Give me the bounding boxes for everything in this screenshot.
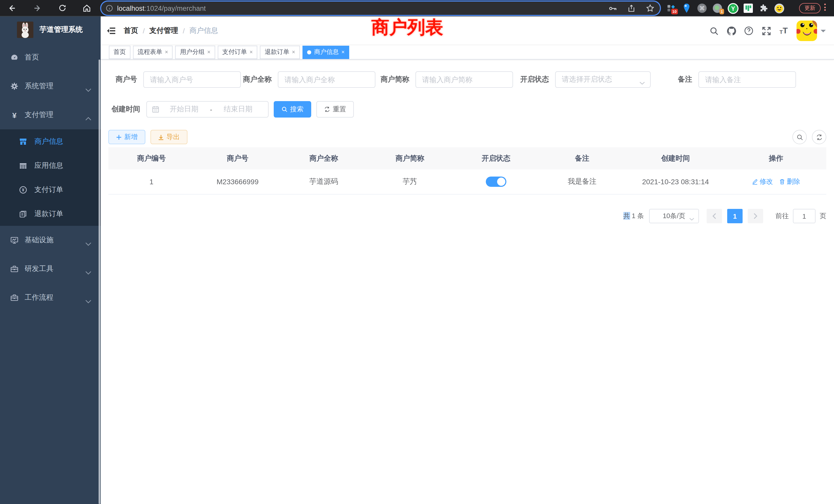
extension-status-icon[interactable]: 1 bbox=[712, 2, 723, 14]
prev-page-button[interactable] bbox=[707, 209, 722, 223]
filter-label-short-name: 商户简称 bbox=[380, 75, 415, 84]
table-header: 商户编号 商户号 商户全称 商户简称 开启状态 备注 创建时间 操作 bbox=[108, 147, 826, 169]
shop-icon bbox=[19, 137, 27, 145]
table-row: 1 M233666999 芋道源码 芋艿 我是备注 2021-10-23 08:… bbox=[108, 169, 826, 194]
monitor-icon bbox=[10, 236, 19, 244]
tab-process-form[interactable]: 流程表单× bbox=[133, 45, 173, 59]
merchant-no-input[interactable] bbox=[143, 71, 241, 88]
extension-command-icon[interactable]: ⌘ bbox=[696, 2, 708, 14]
next-page-button[interactable] bbox=[748, 209, 763, 223]
full-name-input[interactable] bbox=[278, 71, 375, 88]
sidebar-item-system[interactable]: 系统管理 bbox=[0, 72, 101, 100]
remark-input[interactable] bbox=[698, 71, 796, 88]
status-toggle[interactable] bbox=[486, 177, 506, 187]
sidebar-scrollbar[interactable] bbox=[98, 60, 100, 504]
sidebar-item-payment[interactable]: ¥ 支付管理 bbox=[0, 100, 101, 129]
close-icon[interactable]: × bbox=[207, 49, 211, 55]
forward-button[interactable] bbox=[31, 2, 44, 14]
filter-label-full-name: 商户全称 bbox=[243, 75, 278, 84]
sidebar-item-app-info[interactable]: 应用信息 bbox=[0, 154, 101, 178]
annotation-title: 商户列表 bbox=[371, 17, 443, 38]
sidebar-item-home[interactable]: 首页 bbox=[0, 43, 101, 72]
chrome-update-button[interactable]: 更新 bbox=[799, 3, 821, 13]
breadcrumb-home[interactable]: 首页 bbox=[124, 26, 138, 35]
caret-down-icon[interactable] bbox=[821, 29, 826, 35]
documents-icon bbox=[19, 210, 27, 218]
page-size-select[interactable]: 10条/页 bbox=[649, 209, 699, 223]
active-dot bbox=[307, 50, 311, 54]
goto-label: 前往 bbox=[775, 211, 789, 221]
short-name-input[interactable] bbox=[415, 71, 513, 88]
close-icon[interactable]: × bbox=[165, 49, 168, 55]
tab-refund-order[interactable]: 退款订单× bbox=[260, 45, 300, 59]
total-count: 共 1 条 bbox=[623, 211, 644, 221]
header-search-icon[interactable] bbox=[705, 17, 723, 45]
reload-button[interactable] bbox=[56, 2, 68, 14]
extension-kanban-icon[interactable] bbox=[743, 2, 754, 14]
breadcrumb-current: 商户信息 bbox=[190, 26, 218, 35]
extension-y-icon[interactable]: Y bbox=[727, 2, 739, 14]
svg-text:Y: Y bbox=[731, 5, 735, 12]
filter-label-merchant-no: 商户号 bbox=[115, 75, 143, 84]
edit-link[interactable]: 修改 bbox=[752, 177, 773, 186]
avatar[interactable] bbox=[796, 21, 817, 41]
address-bar[interactable]: localhost:1024/pay/merchant bbox=[101, 2, 660, 15]
show-search-toggle-button[interactable] bbox=[792, 130, 807, 144]
tab-pay-order[interactable]: 支付订单× bbox=[218, 45, 258, 59]
sidebar-item-dev-tools[interactable]: 研发工具 bbox=[0, 255, 101, 283]
page-number-1[interactable]: 1 bbox=[727, 209, 743, 223]
bookmark-star-icon[interactable] bbox=[645, 4, 655, 13]
fullscreen-icon[interactable] bbox=[758, 17, 775, 45]
chevron-down-icon bbox=[85, 268, 91, 277]
extension-pin-icon[interactable] bbox=[681, 2, 692, 14]
share-icon[interactable] bbox=[627, 4, 636, 13]
tab-user-group[interactable]: 用户分组× bbox=[175, 45, 215, 59]
browser-toolbar: localhost:1024/pay/merchant 10 ⌘ 1 bbox=[0, 0, 834, 17]
filter-label-status: 开启状态 bbox=[520, 75, 555, 84]
sidebar-toggle-icon[interactable] bbox=[106, 25, 116, 36]
home-button[interactable] bbox=[81, 2, 93, 14]
app-logo[interactable]: 芋道管理系统 bbox=[0, 17, 101, 43]
extension-badge: 10 bbox=[671, 9, 678, 14]
extension-tabs-icon[interactable]: 10 bbox=[665, 2, 677, 14]
gear-icon bbox=[10, 82, 19, 90]
back-button[interactable] bbox=[6, 2, 18, 14]
extension-puzzle-icon[interactable] bbox=[758, 2, 769, 14]
export-button[interactable]: 导出 bbox=[151, 130, 188, 144]
sidebar-item-infrastructure[interactable]: 基础设施 bbox=[0, 226, 101, 255]
close-icon[interactable]: × bbox=[292, 49, 295, 55]
pagination: 共 1 条 10条/页 1 前往 页 bbox=[108, 209, 826, 223]
status-select[interactable]: 请选择开启状态 bbox=[555, 71, 651, 88]
close-icon[interactable]: × bbox=[342, 49, 345, 55]
tags-view: 首页 流程表单× 用户分组× 支付订单× 退款订单× 商户信息× bbox=[101, 45, 834, 60]
app-header: 首页 / 支付管理 / 商户信息 TT bbox=[101, 17, 834, 45]
refresh-button[interactable] bbox=[812, 130, 826, 144]
info-icon[interactable] bbox=[106, 5, 113, 12]
chevron-down-icon bbox=[689, 214, 694, 222]
github-icon[interactable] bbox=[723, 17, 740, 45]
create-time-range-picker[interactable]: 开始日期 - 结束日期 bbox=[146, 101, 269, 117]
close-icon[interactable]: × bbox=[249, 49, 253, 55]
sidebar-item-refund-order[interactable]: 退款订单 bbox=[0, 202, 101, 226]
sidebar-item-pay-order[interactable]: ¥ 支付订单 bbox=[0, 178, 101, 202]
sidebar-item-merchant-info[interactable]: 商户信息 bbox=[0, 129, 101, 154]
sidebar-item-workflow[interactable]: 工作流程 bbox=[0, 283, 101, 312]
reset-button[interactable]: 重置 bbox=[316, 101, 354, 117]
breadcrumb-payment[interactable]: 支付管理 bbox=[150, 26, 178, 35]
extension-badge-2: 1 bbox=[720, 9, 724, 14]
page-unit-label: 页 bbox=[820, 211, 826, 221]
extension-emoji-icon[interactable] bbox=[773, 2, 785, 14]
browser-menu-icon[interactable] bbox=[824, 4, 826, 11]
tab-home[interactable]: 首页 bbox=[109, 45, 130, 59]
dashboard-icon bbox=[10, 53, 19, 62]
delete-link[interactable]: 删除 bbox=[779, 177, 800, 186]
add-button[interactable]: 新增 bbox=[108, 130, 145, 144]
password-key-icon[interactable] bbox=[609, 4, 617, 13]
help-icon[interactable] bbox=[740, 17, 758, 45]
toolbox-icon bbox=[10, 265, 19, 273]
search-button[interactable]: 搜索 bbox=[274, 101, 311, 117]
goto-page-input[interactable] bbox=[793, 209, 815, 223]
app-title: 芋道管理系统 bbox=[40, 25, 83, 35]
tab-merchant-info[interactable]: 商户信息× bbox=[303, 45, 349, 59]
font-size-icon[interactable]: TT bbox=[775, 17, 792, 45]
